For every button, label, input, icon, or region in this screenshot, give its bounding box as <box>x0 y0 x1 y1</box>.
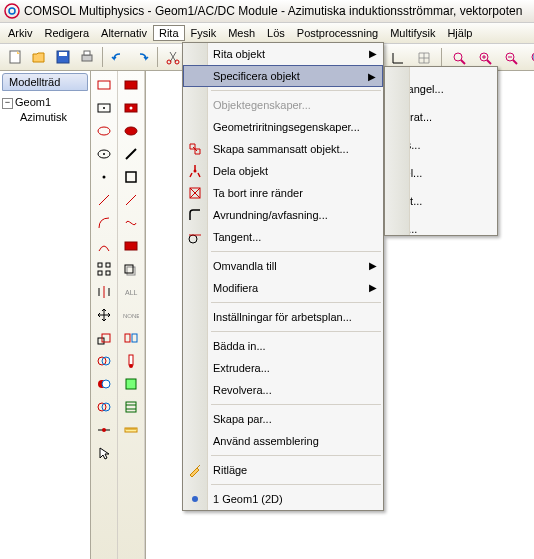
region-tool[interactable] <box>120 373 142 395</box>
scale-tool[interactable] <box>93 327 115 349</box>
svg-rect-43 <box>125 265 133 273</box>
svg-rect-41 <box>125 242 137 250</box>
svg-rect-42 <box>127 267 135 275</box>
print-button[interactable] <box>76 46 98 68</box>
select-tool[interactable] <box>93 442 115 464</box>
svg-point-53 <box>194 170 197 173</box>
menu-item[interactable]: Rita objekt▶ <box>183 43 383 65</box>
menu-item[interactable]: Inställningar för arbetsplan... <box>183 306 383 328</box>
menu-item[interactable]: Ta bort inre ränder <box>183 182 383 204</box>
svg-rect-36 <box>125 81 137 89</box>
svg-rect-16 <box>98 81 110 89</box>
svg-rect-24 <box>106 263 110 267</box>
ellipse-tool[interactable] <box>93 120 115 142</box>
extrude-tool[interactable] <box>120 258 142 280</box>
all-tool[interactable]: ALL <box>120 281 142 303</box>
menu-item[interactable]: Ritläge <box>183 459 383 481</box>
union-tool[interactable] <box>93 350 115 372</box>
menu-redigera[interactable]: Redigera <box>38 25 95 41</box>
svg-point-38 <box>130 107 133 110</box>
menu-item[interactable]: Extrudera... <box>183 357 383 379</box>
menu-item[interactable]: Använd assemblering <box>183 430 383 452</box>
save-button[interactable] <box>52 46 74 68</box>
menu-item[interactable]: Specificera objekt▶ <box>183 65 383 87</box>
point-tool[interactable] <box>93 166 115 188</box>
menu-item[interactable]: Modifiera▶ <box>183 277 383 299</box>
line2-tool[interactable] <box>120 143 142 165</box>
bezier3-tool[interactable] <box>120 212 142 234</box>
svg-text:ALL: ALL <box>125 289 138 296</box>
svg-point-18 <box>103 107 105 109</box>
svg-point-35 <box>102 428 106 432</box>
rita-menu: Rita objekt▶Specificera objekt▶Objektege… <box>182 42 384 511</box>
redo-button[interactable] <box>131 46 153 68</box>
rect-solid-tool[interactable] <box>120 74 142 96</box>
submenu-arrow-icon: ▶ <box>369 48 377 59</box>
menu-hjalp[interactable]: Hjälp <box>441 25 478 41</box>
menu-item[interactable]: Bädda in... <box>183 335 383 357</box>
menu-bar: Arkiv Redigera Alternativ Rita Fysik Mes… <box>0 23 534 44</box>
menu-postprocessning[interactable]: Postprocessning <box>291 25 384 41</box>
array-tool[interactable] <box>93 258 115 280</box>
diff-tool[interactable] <box>93 373 115 395</box>
menu-multifysik[interactable]: Multifysik <box>384 25 441 41</box>
menu-item[interactable]: Avrundning/avfasning... <box>183 204 383 226</box>
dot-icon <box>187 491 203 507</box>
rect-center-tool[interactable] <box>93 97 115 119</box>
menu-arkiv[interactable]: Arkiv <box>2 25 38 41</box>
menu-item[interactable]: Omvandla till▶ <box>183 255 383 277</box>
tree-child[interactable]: Azimutisk <box>2 110 88 124</box>
zoom-extents-button[interactable] <box>526 47 534 69</box>
model-tree-tab[interactable]: Modellträd <box>2 73 88 91</box>
arc-tool[interactable] <box>93 212 115 234</box>
menu-item[interactable]: 1 Geom1 (2D) <box>183 488 383 510</box>
rect-solid-center-tool[interactable] <box>120 97 142 119</box>
ruler-tool[interactable] <box>120 419 142 441</box>
none-tool[interactable]: NONE <box>120 304 142 326</box>
svg-point-32 <box>102 380 110 388</box>
pattern-tool[interactable] <box>120 396 142 418</box>
new-button[interactable] <box>4 46 26 68</box>
menu-los[interactable]: Lös <box>261 25 291 41</box>
zoom-out-button[interactable] <box>500 47 522 69</box>
rect-tool[interactable] <box>93 74 115 96</box>
temp-tool[interactable] <box>120 350 142 372</box>
menu-item[interactable]: Dela objekt <box>183 160 383 182</box>
square-solid-tool[interactable] <box>120 166 142 188</box>
line3-tool[interactable] <box>120 189 142 211</box>
bezier2-tool[interactable] <box>93 235 115 257</box>
menu-alternativ[interactable]: Alternativ <box>95 25 153 41</box>
undo-button[interactable] <box>107 46 129 68</box>
coerce-tool[interactable] <box>93 419 115 441</box>
intersect-tool[interactable] <box>93 396 115 418</box>
title-bar: COMSOL Multiphysics - Geom1/AC/DC Module… <box>0 0 534 23</box>
svg-rect-4 <box>59 52 67 56</box>
svg-rect-6 <box>84 51 90 55</box>
line-tool[interactable] <box>93 189 115 211</box>
mirror-tool[interactable] <box>93 281 115 303</box>
ellipse-center-tool[interactable] <box>93 143 115 165</box>
svg-rect-5 <box>82 55 92 61</box>
svg-rect-48 <box>129 355 133 365</box>
ellipse-solid-tool[interactable] <box>120 120 142 142</box>
cut-button[interactable] <box>162 46 184 68</box>
svg-point-19 <box>98 127 110 135</box>
svg-point-49 <box>129 364 133 368</box>
menu-fysik[interactable]: Fysik <box>185 25 223 41</box>
app-logo <box>4 3 20 19</box>
menu-rita[interactable]: Rita <box>153 25 185 41</box>
menu-mesh[interactable]: Mesh <box>222 25 261 41</box>
menu-item[interactable]: Skapa par... <box>183 408 383 430</box>
pair-tool[interactable] <box>120 327 142 349</box>
open-button[interactable] <box>28 46 50 68</box>
menu-item[interactable]: Skapa sammansatt objekt... <box>183 138 383 160</box>
menu-item[interactable]: Geometriritningsegenskaper... <box>183 116 383 138</box>
rect2-tool[interactable] <box>120 235 142 257</box>
menu-item[interactable]: Tangent... <box>183 226 383 248</box>
tree-root[interactable]: −Geom1 <box>2 95 88 110</box>
move-tool[interactable] <box>93 304 115 326</box>
svg-rect-25 <box>98 271 102 275</box>
tangent-icon <box>187 229 203 245</box>
menu-item[interactable]: Revolvera... <box>183 379 383 401</box>
draw-toolbars: ALL NONE <box>91 71 146 559</box>
